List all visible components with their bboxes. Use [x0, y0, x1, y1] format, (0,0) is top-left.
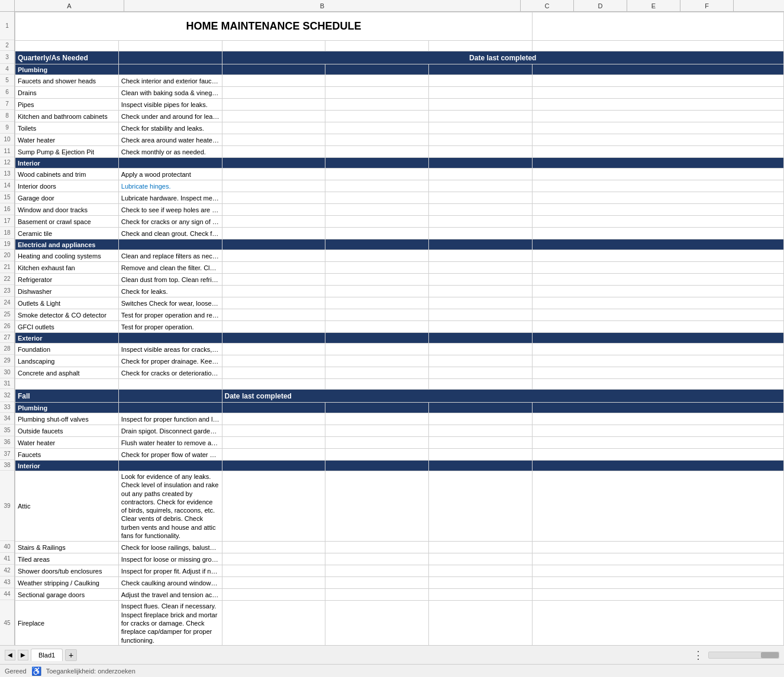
date-d[interactable] [325, 87, 429, 99]
next-sheet-button[interactable]: ▶ [18, 650, 28, 660]
date-d[interactable] [325, 111, 429, 122]
date-e[interactable] [429, 577, 533, 589]
date-d[interactable] [325, 589, 429, 601]
date-c[interactable] [222, 192, 325, 204]
date-e[interactable] [429, 134, 533, 146]
date-d[interactable] [325, 262, 429, 274]
date-e[interactable] [429, 565, 533, 577]
date-f[interactable] [532, 565, 783, 577]
date-f[interactable] [532, 471, 783, 542]
date-f[interactable] [532, 437, 783, 449]
date-f[interactable] [532, 553, 783, 565]
date-d[interactable] [325, 250, 429, 262]
date-d[interactable] [325, 122, 429, 134]
horizontal-scrollbar[interactable] [708, 652, 779, 659]
sheet-options-icon[interactable]: ⋮ [693, 649, 704, 662]
date-f[interactable] [532, 75, 783, 87]
date-e[interactable] [429, 589, 533, 601]
date-f[interactable] [532, 449, 783, 461]
date-d[interactable] [325, 601, 429, 645]
date-d[interactable] [325, 425, 429, 437]
date-c[interactable] [222, 425, 325, 437]
date-e[interactable] [429, 286, 533, 297]
date-c[interactable] [222, 204, 325, 216]
date-e[interactable] [429, 344, 533, 355]
date-c[interactable] [222, 437, 325, 449]
date-c[interactable] [222, 99, 325, 111]
date-e[interactable] [429, 309, 533, 321]
date-e[interactable] [429, 297, 533, 309]
date-c[interactable] [222, 344, 325, 355]
date-d[interactable] [325, 542, 429, 553]
date-e[interactable] [429, 355, 533, 367]
date-d[interactable] [325, 577, 429, 589]
date-e[interactable] [429, 553, 533, 565]
date-f[interactable] [532, 250, 783, 262]
date-e[interactable] [429, 542, 533, 553]
date-c[interactable] [222, 413, 325, 425]
date-f[interactable] [532, 180, 783, 192]
date-e[interactable] [429, 321, 533, 333]
add-sheet-button[interactable]: + [65, 649, 77, 661]
date-c[interactable] [222, 146, 325, 158]
date-c[interactable] [222, 309, 325, 321]
date-d[interactable] [325, 309, 429, 321]
date-f[interactable] [532, 542, 783, 553]
date-f[interactable] [532, 169, 783, 180]
date-d[interactable] [325, 180, 429, 192]
date-c[interactable] [222, 355, 325, 367]
date-c[interactable] [222, 262, 325, 274]
date-d[interactable] [325, 344, 429, 355]
date-d[interactable] [325, 75, 429, 87]
date-c[interactable] [222, 565, 325, 577]
date-f[interactable] [532, 146, 783, 158]
date-c[interactable] [222, 471, 325, 542]
date-d[interactable] [325, 355, 429, 367]
date-f[interactable] [532, 577, 783, 589]
date-c[interactable] [222, 553, 325, 565]
date-c[interactable] [222, 367, 325, 379]
date-f[interactable] [532, 601, 783, 645]
date-d[interactable] [325, 228, 429, 239]
date-e[interactable] [429, 99, 533, 111]
date-e[interactable] [429, 228, 533, 239]
date-f[interactable] [532, 262, 783, 274]
date-c[interactable] [222, 601, 325, 645]
date-f[interactable] [532, 192, 783, 204]
date-d[interactable] [325, 146, 429, 158]
date-d[interactable] [325, 99, 429, 111]
date-e[interactable] [429, 425, 533, 437]
prev-sheet-button[interactable]: ◀ [5, 650, 15, 660]
date-e[interactable] [429, 192, 533, 204]
date-c[interactable] [222, 449, 325, 461]
date-d[interactable] [325, 204, 429, 216]
date-f[interactable] [532, 286, 783, 297]
date-f[interactable] [532, 367, 783, 379]
date-c[interactable] [222, 169, 325, 180]
date-e[interactable] [429, 262, 533, 274]
date-f[interactable] [532, 216, 783, 228]
date-f[interactable] [532, 344, 783, 355]
date-f[interactable] [532, 228, 783, 239]
date-d[interactable] [325, 437, 429, 449]
date-c[interactable] [222, 274, 325, 286]
date-e[interactable] [429, 169, 533, 180]
date-c[interactable] [222, 321, 325, 333]
date-f[interactable] [532, 589, 783, 601]
date-d[interactable] [325, 216, 429, 228]
date-e[interactable] [429, 437, 533, 449]
date-f[interactable] [532, 413, 783, 425]
date-c[interactable] [222, 577, 325, 589]
date-e[interactable] [429, 146, 533, 158]
date-d[interactable] [325, 321, 429, 333]
date-c[interactable] [222, 134, 325, 146]
date-f[interactable] [532, 355, 783, 367]
date-e[interactable] [429, 449, 533, 461]
date-c[interactable] [222, 589, 325, 601]
date-c[interactable] [222, 216, 325, 228]
date-c[interactable] [222, 286, 325, 297]
date-d[interactable] [325, 413, 429, 425]
date-c[interactable] [222, 87, 325, 99]
date-e[interactable] [429, 250, 533, 262]
date-e[interactable] [429, 111, 533, 122]
